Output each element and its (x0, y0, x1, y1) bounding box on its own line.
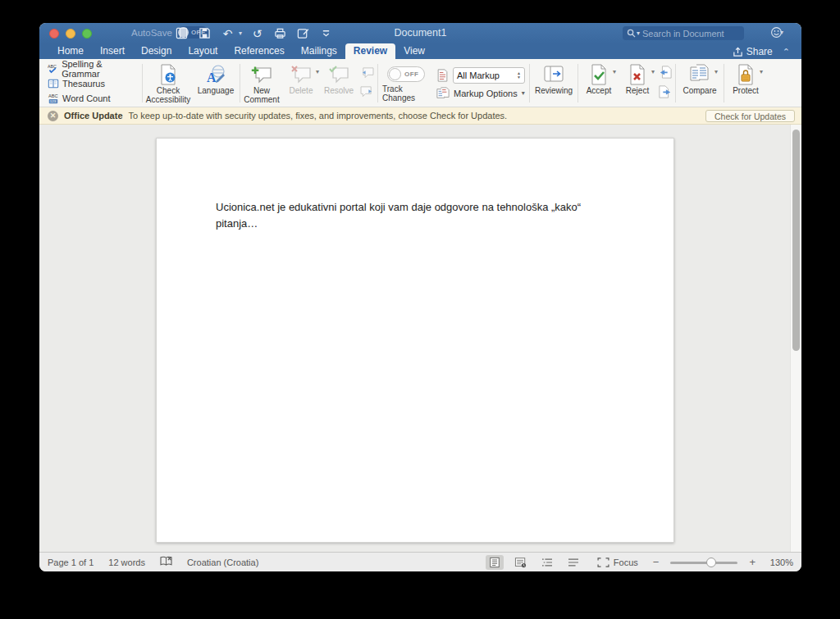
svg-text:ABC: ABC (48, 93, 58, 98)
feedback-menu[interactable]: ▾ (770, 26, 783, 39)
resolve-comment-button[interactable]: Resolve (320, 61, 358, 106)
tab-layout[interactable]: Layout (180, 43, 226, 59)
reject-button[interactable]: ▾ Reject (619, 61, 656, 106)
spelling-grammar-label: Spelling & Grammar (62, 59, 138, 79)
previous-comment-button[interactable] (360, 66, 374, 82)
tab-home[interactable]: Home (49, 43, 92, 59)
compare-label: Compare (682, 86, 716, 95)
language-status[interactable]: Croatian (Croatia) (187, 558, 258, 567)
tab-design[interactable]: Design (133, 43, 180, 59)
language-icon: A (205, 63, 226, 86)
search-input[interactable] (642, 29, 724, 39)
search-scope-dropdown-icon[interactable]: ▾ (637, 30, 640, 37)
ribbon-review: ABC Spelling & Grammar Thesaurus ABC123 … (39, 59, 801, 107)
delete-comment-button[interactable]: ▾ Delete (282, 61, 320, 106)
ribbon-separator (377, 64, 378, 102)
protect-label: Protect (733, 86, 759, 95)
delete-comment-label: Delete (290, 86, 313, 95)
track-changes-toggle[interactable]: OFF (387, 66, 425, 82)
word-count[interactable]: 12 words (108, 558, 145, 567)
update-bar-title: Office Update (64, 111, 123, 121)
collapse-ribbon-icon[interactable]: ⌃ (783, 47, 790, 57)
check-for-updates-button[interactable]: Check for Updates (705, 110, 795, 122)
proofing-status-icon[interactable] (160, 556, 172, 568)
spelling-grammar-button[interactable]: ABC Spelling & Grammar (46, 61, 139, 75)
next-comment-button[interactable] (360, 85, 374, 101)
ribbon-separator (675, 64, 676, 102)
svg-text:A: A (207, 71, 217, 84)
reviewing-icon (543, 63, 564, 86)
ribbon-separator (529, 64, 530, 102)
tab-review[interactable]: Review (345, 43, 395, 59)
focus-mode-button[interactable]: Focus (597, 558, 638, 567)
protect-icon: ▾ (736, 63, 756, 86)
delete-dropdown-icon: ▾ (316, 69, 319, 76)
search-field[interactable]: ▾ (623, 26, 744, 40)
close-update-bar-icon[interactable]: ✕ (48, 111, 58, 121)
markup-options-icon (436, 87, 450, 100)
ribbon-tab-row: Home Insert Design Layout References Mai… (39, 43, 801, 59)
next-change-button[interactable] (659, 85, 672, 102)
ribbon-separator (578, 64, 578, 102)
compare-dropdown-icon: ▾ (714, 69, 718, 76)
zoom-slider-track (670, 562, 737, 564)
change-nav-group (656, 61, 674, 106)
scrollbar-thumb[interactable] (792, 130, 800, 351)
track-changes-label: Track Changes (382, 84, 430, 102)
tab-insert[interactable]: Insert (92, 43, 133, 59)
reviewing-button[interactable]: Reviewing (531, 61, 577, 106)
zoom-slider[interactable] (670, 558, 737, 567)
markup-options-dropdown-icon: ▾ (522, 89, 525, 97)
web-layout-view-button[interactable] (512, 555, 530, 570)
previous-change-button[interactable] (659, 66, 672, 82)
share-button[interactable]: Share (733, 46, 773, 57)
protect-dropdown-icon: ▾ (760, 69, 763, 76)
share-icon (733, 47, 743, 57)
new-comment-icon (251, 63, 272, 86)
resolve-comment-label: Resolve (324, 86, 354, 95)
reject-label: Reject (626, 86, 649, 95)
zoom-percentage[interactable]: 130% (764, 558, 793, 567)
accept-button[interactable]: ▾ Accept (579, 61, 619, 106)
protect-button[interactable]: ▾ Protect (725, 61, 766, 106)
thesaurus-button[interactable]: Thesaurus (46, 76, 139, 90)
document-workspace: Ucionica.net je edukativni portal koji v… (39, 125, 801, 552)
word-count-label: Word Count (62, 93, 111, 103)
tab-mailings[interactable]: Mailings (293, 43, 345, 59)
language-button[interactable]: A Language (193, 61, 239, 106)
zoom-slider-thumb[interactable] (706, 558, 716, 567)
word-count-button[interactable]: ABC123 Word Count (46, 91, 139, 105)
check-accessibility-label: Check Accessibility (144, 86, 193, 104)
markup-group: All Markup ▲▼ Markup Options ▾ (433, 61, 528, 106)
status-bar: Page 1 of 1 12 words Croatian (Croatia) (39, 552, 801, 571)
new-comment-button[interactable]: New Comment (241, 61, 282, 106)
markup-options-button[interactable]: Markup Options ▾ (436, 87, 525, 100)
reject-icon: ▾ (628, 63, 647, 86)
desktop-background: AutoSave OFF ↶ ▾ ↺ (0, 0, 840, 619)
check-accessibility-button[interactable]: Check Accessibility (144, 61, 193, 106)
zoom-in-button[interactable]: + (749, 556, 756, 568)
document-page[interactable]: Ucionica.net je edukativni portal koji v… (156, 138, 674, 543)
tab-references[interactable]: References (226, 43, 292, 59)
update-bar-message: To keep up-to-date with security updates… (129, 111, 508, 121)
vertical-scrollbar[interactable] (790, 125, 801, 552)
ribbon-separator (724, 64, 724, 102)
comment-nav-group (358, 61, 377, 106)
display-for-review-select[interactable]: All Markup ▲▼ (453, 67, 525, 84)
document-paragraph[interactable]: Ucionica.net je edukativni portal koji v… (216, 199, 595, 232)
compare-button[interactable]: ▾ Compare (677, 61, 723, 106)
print-layout-view-button[interactable] (486, 555, 504, 570)
resolve-comment-icon (328, 63, 349, 86)
reject-dropdown-icon: ▾ (651, 69, 655, 76)
ribbon-separator (142, 64, 143, 102)
outline-view-button[interactable] (538, 555, 556, 570)
page-count[interactable]: Page 1 of 1 (48, 558, 94, 567)
thesaurus-icon (48, 78, 59, 89)
accept-dropdown-icon: ▾ (613, 69, 616, 76)
zoom-out-button[interactable]: − (653, 556, 660, 568)
track-changes-knob (389, 68, 401, 80)
compare-icon: ▾ (689, 63, 710, 86)
draft-view-button[interactable] (564, 555, 582, 570)
tab-view[interactable]: View (395, 43, 433, 59)
svg-text:123: 123 (50, 99, 57, 103)
